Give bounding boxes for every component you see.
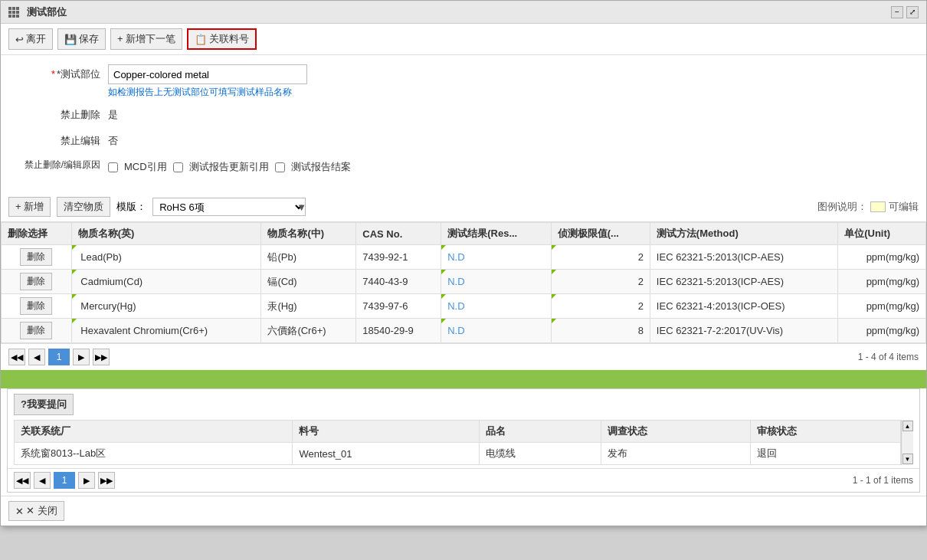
- delete-cell: 删除: [2, 294, 72, 319]
- close-icon: ✕: [15, 506, 24, 517]
- col-test-result: 测试结果(Res...: [441, 223, 552, 245]
- table-header-row: 删除选择 物质名称(英) 物质名称(中) CAS No. 测试结果(Res...…: [2, 223, 926, 245]
- link-item-button[interactable]: 📋 关联料号: [187, 28, 257, 50]
- template-label: 模版：: [116, 200, 146, 214]
- item-no-cell: Wentest_01: [293, 443, 480, 465]
- bottom-next-page[interactable]: ▶: [78, 472, 95, 489]
- bottom-header-row: 关联系统厂 料号 品名 调查状态 审核状态: [15, 421, 901, 443]
- template-select[interactable]: RoHS 6项: [152, 198, 306, 216]
- bottom-page-info: 1 - 1 of 1 items: [853, 475, 913, 486]
- maximize-button[interactable]: ⤢: [906, 6, 919, 18]
- cas-no-cell: 18540-29-9: [356, 319, 441, 343]
- delete-button[interactable]: 删除: [20, 297, 52, 315]
- report-final-checkbox[interactable]: [275, 162, 285, 172]
- bottom-first-page[interactable]: ◀◀: [14, 472, 31, 489]
- detection-limit-cell: 8: [551, 319, 650, 343]
- page-info: 1 - 4 of 4 items: [858, 352, 919, 362]
- test-method-cell: IEC 62321-4:2013(ICP-OES): [650, 294, 837, 319]
- table-row: 删除 Mercury(Hg) 汞(Hg) 7439-97-6 N.D 2 IEC…: [2, 294, 926, 319]
- report-update-label: 测试报告更新引用: [189, 160, 269, 174]
- bottom-pagination: ◀◀ ◀ 1 ▶ ▶▶ 1 - 1 of 1 items: [8, 468, 919, 492]
- unit-cell: ppm(mg/kg): [838, 245, 926, 270]
- col-test-method: 测试方法(Method): [650, 223, 837, 245]
- cas-no-cell: 7439-92-1: [356, 245, 441, 270]
- main-window: 测试部位 − ⤢ ↩ 离开 💾 保存 + 新增下一笔 📋 关联料号 *测试部位: [0, 0, 927, 526]
- scroll-down-button[interactable]: ▼: [902, 454, 913, 464]
- forbid-edit-label: 禁止编辑: [16, 131, 108, 151]
- substance-en-cell: Hexavalent Chromium(Cr6+): [71, 319, 261, 343]
- bottom-current-page: 1: [54, 472, 75, 489]
- scroll-up-button[interactable]: ▲: [902, 421, 913, 431]
- minimize-button[interactable]: −: [891, 6, 903, 18]
- table-row: 删除 Cadmium(Cd) 镉(Cd) 7440-43-9 N.D 2 IEC…: [2, 270, 926, 294]
- leave-icon: ↩: [15, 34, 24, 45]
- test-unit-input[interactable]: [108, 64, 307, 84]
- form-hint[interactable]: 如检测报告上无测试部位可填写测试样品名称: [108, 86, 911, 99]
- toolbar: ↩ 离开 💾 保存 + 新增下一笔 📋 关联料号: [1, 24, 926, 55]
- bottom-table-wrapper: 关联系统厂 料号 品名 调查状态 审核状态 系统窗8013--Lab区 Went…: [14, 420, 913, 465]
- green-banner: [1, 370, 926, 388]
- substance-en-cell: Lead(Pb): [71, 245, 261, 270]
- save-button[interactable]: 💾 保存: [57, 28, 106, 50]
- unit-cell: ppm(mg/kg): [838, 270, 926, 294]
- link-icon: 📋: [195, 34, 207, 45]
- last-page-button[interactable]: ▶▶: [93, 349, 110, 365]
- test-method-cell: IEC 62321-5:2013(ICP-AES): [650, 245, 837, 270]
- form-section: *测试部位 如检测报告上无测试部位可填写测试样品名称 禁止删除 是 禁止编辑 否…: [1, 55, 926, 192]
- forbid-edit-value: 否: [108, 131, 911, 151]
- mcd-checkbox[interactable]: [108, 162, 118, 172]
- col-detection-limit: 侦测极限值(...: [551, 223, 650, 245]
- new-substance-button[interactable]: + 新增: [8, 197, 51, 217]
- forbid-delete-row: 禁止删除 是: [16, 105, 911, 125]
- col-unit: 单位(Unit): [838, 223, 926, 245]
- checkbox-row: MCD引用 测试报告更新引用 测试报告结案: [108, 157, 911, 177]
- test-unit-field: 如检测报告上无测试部位可填写测试样品名称: [108, 64, 911, 99]
- forbid-delete-value: 是: [108, 105, 911, 125]
- save-icon: 💾: [64, 34, 77, 45]
- test-result-cell: N.D: [441, 245, 552, 270]
- substance-zh-cell: 铅(Pb): [261, 245, 356, 270]
- substance-zh-cell: 汞(Hg): [261, 294, 356, 319]
- first-page-button[interactable]: ◀◀: [8, 349, 25, 365]
- delete-button[interactable]: 删除: [20, 273, 52, 290]
- bottom-col-review-status: 审核状态: [751, 421, 901, 443]
- next-page-button[interactable]: ▶: [73, 349, 90, 365]
- bottom-col-survey-status: 调查状态: [601, 421, 751, 443]
- test-method-cell: IEC 62321-5:2013(ICP-AES): [650, 270, 837, 294]
- clear-substance-button[interactable]: 清空物质: [57, 197, 110, 217]
- col-cas-no: CAS No.: [356, 223, 441, 245]
- leave-button[interactable]: ↩ 离开: [8, 28, 53, 50]
- legend-label: 图例说明：: [817, 200, 867, 214]
- window-title: 测试部位: [27, 5, 67, 19]
- bottom-last-page[interactable]: ▶▶: [98, 472, 115, 489]
- bottom-table-row: 系统窗8013--Lab区 Wentest_01 电缆线 发布 退回: [15, 443, 901, 465]
- table-row: 删除 Lead(Pb) 铅(Pb) 7439-92-1 N.D 2 IEC 62…: [2, 245, 926, 270]
- bottom-table: 关联系统厂 料号 品名 调查状态 审核状态 系统窗8013--Lab区 Went…: [14, 420, 901, 465]
- cas-no-cell: 7440-43-9: [356, 270, 441, 294]
- vendor-cell: 系统窗8013--Lab区: [15, 443, 293, 465]
- survey-status-cell: 发布: [601, 443, 751, 465]
- table-row: 删除 Hexavalent Chromium(Cr6+) 六價鉻(Cr6+) 1…: [2, 319, 926, 343]
- substance-en-cell: Mercury(Hg): [71, 294, 261, 319]
- report-update-checkbox[interactable]: [173, 162, 183, 172]
- close-button[interactable]: ✕ ✕ 关闭: [8, 501, 64, 521]
- delete-button[interactable]: 删除: [20, 322, 52, 339]
- forbid-reason-label: 禁止删除/编辑原因: [16, 157, 108, 172]
- substance-en-cell: Cadmium(Cd): [71, 270, 261, 294]
- delete-button[interactable]: 删除: [20, 248, 52, 266]
- substance-table: 删除选择 物质名称(英) 物质名称(中) CAS No. 测试结果(Res...…: [1, 222, 926, 343]
- detection-limit-cell: 2: [551, 294, 650, 319]
- current-page: 1: [48, 349, 70, 365]
- close-bar: ✕ ✕ 关闭: [1, 496, 926, 526]
- substance-zh-cell: 镉(Cd): [261, 270, 356, 294]
- title-bar-left: 测试部位: [8, 5, 67, 19]
- prev-page-button[interactable]: ◀: [28, 349, 45, 365]
- add-next-button[interactable]: + 新增下一笔: [110, 28, 182, 50]
- bottom-prev-page[interactable]: ◀: [34, 472, 51, 489]
- test-result-cell: N.D: [441, 319, 552, 343]
- test-unit-row: *测试部位 如检测报告上无测试部位可填写测试样品名称: [16, 64, 911, 99]
- substance-zh-cell: 六價鉻(Cr6+): [261, 319, 356, 343]
- col-substance-en: 物质名称(英): [71, 223, 261, 245]
- table-toolbar: + 新增 清空物质 模版： RoHS 6项 ▼ 图例说明： 可编辑: [1, 192, 926, 222]
- title-bar-controls: − ⤢: [891, 6, 919, 18]
